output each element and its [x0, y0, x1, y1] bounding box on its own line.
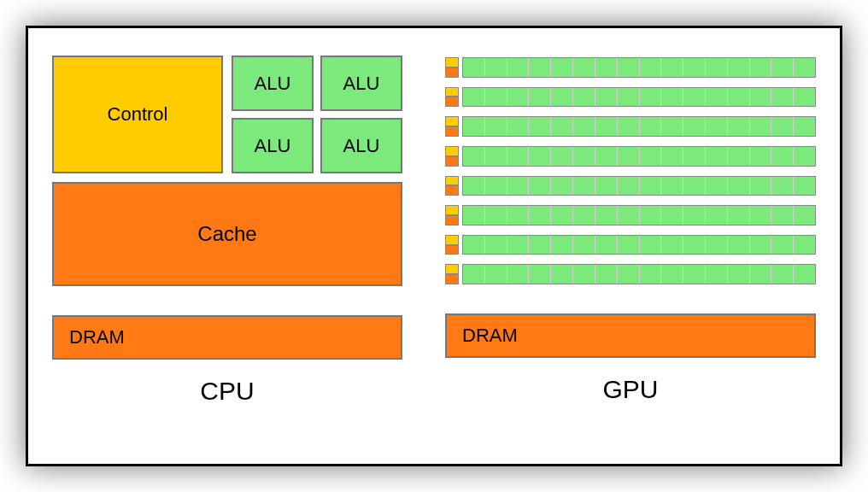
gpu-core: [793, 206, 815, 225]
gpu-sm-control-cache: [445, 116, 459, 137]
cpu-alu-block: ALU: [320, 56, 402, 111]
gpu-core: [595, 236, 617, 255]
gpu-sm-cache-icon: [445, 156, 459, 167]
gpu-core: [528, 206, 550, 225]
gpu-core: [617, 147, 639, 166]
gpu-sm-cache-icon: [445, 67, 459, 78]
gpu-core: [507, 265, 529, 284]
gpu-core-strip: [462, 264, 816, 284]
gpu-core: [705, 206, 727, 225]
gpu-core: [507, 88, 529, 107]
gpu-sm-row: [445, 57, 816, 78]
gpu-core: [639, 177, 661, 196]
gpu-core: [463, 206, 484, 225]
gpu-core-strip: [462, 116, 816, 137]
gpu-sm-cache-icon: [445, 97, 459, 107]
gpu-core: [749, 265, 771, 284]
gpu-core: [463, 236, 484, 255]
gpu-core: [705, 58, 727, 77]
gpu-core: [507, 117, 529, 136]
gpu-core: [660, 177, 683, 196]
gpu-sm-row: [445, 87, 816, 108]
gpu-core: [639, 117, 661, 136]
gpu-core: [705, 236, 727, 255]
gpu-core: [727, 206, 749, 225]
gpu-core-strip: [462, 146, 816, 167]
gpu-core: [705, 117, 727, 136]
gpu-core: [528, 236, 550, 255]
gpu-core: [683, 88, 705, 107]
gpu-core: [660, 58, 683, 77]
gpu-core: [528, 265, 550, 284]
gpu-core-strip: [462, 57, 816, 78]
gpu-core: [595, 88, 617, 107]
gpu-sm-cache-icon: [445, 274, 459, 284]
gpu-core: [484, 58, 507, 77]
gpu-core: [572, 177, 595, 196]
gpu-sm-cache-icon: [445, 126, 459, 137]
gpu-core: [617, 206, 639, 225]
gpu-core: [771, 236, 793, 255]
gpu-core: [660, 236, 683, 255]
gpu-core-strip: [462, 87, 816, 108]
gpu-core: [749, 177, 771, 196]
cpu-alu-block: ALU: [232, 56, 314, 111]
gpu-core: [507, 206, 529, 225]
gpu-core: [595, 58, 617, 77]
gpu-core: [771, 88, 793, 107]
gpu-sm-cache-icon: [445, 185, 459, 196]
gpu-core: [683, 58, 705, 77]
gpu-core: [463, 88, 484, 107]
gpu-core: [793, 147, 815, 166]
gpu-core: [595, 147, 617, 166]
gpu-core: [484, 265, 507, 284]
gpu-sm-control-cache: [445, 146, 459, 167]
cpu-alu-grid: ALU ALU ALU ALU: [232, 56, 402, 173]
gpu-sm-row: [445, 116, 816, 137]
cpu-cache-block: Cache: [52, 182, 402, 286]
gpu-core: [572, 206, 595, 225]
gpu-core: [528, 177, 550, 196]
gpu-core: [727, 147, 749, 166]
gpu-core: [771, 177, 793, 196]
gpu-sm-control-icon: [445, 116, 459, 126]
gpu-sm-control-icon: [445, 264, 459, 274]
gpu-core: [528, 117, 550, 136]
diagram-frame: Control ALU ALU ALU ALU Cache DRAM CPU D…: [26, 26, 842, 466]
gpu-core: [617, 117, 639, 136]
gpu-core: [463, 147, 484, 166]
gpu-core: [617, 265, 639, 284]
gpu-core: [771, 265, 793, 284]
gpu-core: [484, 117, 507, 136]
gpu-core: [771, 117, 793, 136]
gpu-core: [463, 177, 484, 196]
gpu-core: [727, 236, 749, 255]
gpu-core: [660, 88, 683, 107]
cpu-control-block: Control: [52, 56, 223, 173]
gpu-core: [705, 147, 727, 166]
gpu-core: [484, 147, 507, 166]
gpu-core: [639, 88, 661, 107]
gpu-core: [749, 58, 771, 77]
gpu-core: [705, 88, 727, 107]
gpu-core: [550, 58, 572, 77]
gpu-core: [639, 236, 661, 255]
gpu-core: [727, 265, 749, 284]
gpu-core: [639, 147, 661, 166]
gpu-sm-control-cache: [445, 264, 459, 284]
gpu-core: [484, 206, 507, 225]
gpu-core: [528, 58, 550, 77]
gpu-core: [550, 177, 572, 196]
gpu-dram-block: DRAM: [445, 313, 816, 358]
gpu-core: [793, 177, 815, 196]
gpu-core: [484, 236, 507, 255]
gpu-sm-row: [445, 176, 816, 196]
gpu-core: [749, 88, 771, 107]
gpu-core: [727, 88, 749, 107]
gpu-core: [683, 206, 705, 225]
gpu-core: [639, 265, 661, 284]
gpu-core: [683, 265, 705, 284]
gpu-core: [617, 236, 639, 255]
gpu-core: [507, 236, 529, 255]
gpu-core: [727, 117, 749, 136]
